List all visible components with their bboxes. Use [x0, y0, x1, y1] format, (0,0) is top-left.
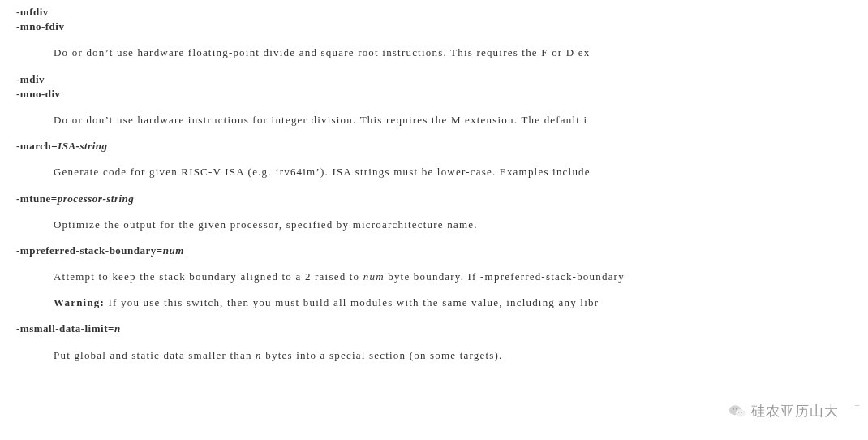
option-description: Attempt to keep the stack boundary align…: [54, 270, 868, 284]
option-flag-text: -msmall-data-limit=: [16, 322, 114, 334]
option-flag-text: -mpreferred-stack-boundary=: [16, 244, 163, 257]
document-body: -mfdiv-mno-fdivDo or don’t use hardware …: [0, 0, 868, 363]
description-text: Attempt to keep the stack boundary align…: [54, 270, 363, 283]
option-description: Do or don’t use hardware floating-point …: [54, 45, 868, 60]
description-text: bytes into a special section (on some ta…: [262, 349, 503, 361]
option-flag-param: ISA-string: [58, 140, 107, 152]
option-flag: -mno-fdiv: [16, 19, 868, 34]
description-text: Do or don’t use hardware floating-point …: [54, 46, 591, 58]
watermark: 硅农亚历山大: [728, 402, 839, 421]
option-flag: -mno-div: [16, 87, 868, 101]
option-flag-param: processor-string: [58, 192, 135, 205]
description-text: byte boundary. If -mpreferred-stack-boun…: [385, 270, 625, 283]
option-description: Put global and static data smaller than …: [54, 348, 868, 363]
option-flag: -mpreferred-stack-boundary=num: [16, 244, 868, 258]
description-text: If you use this switch, then you must bu…: [105, 296, 599, 308]
svg-point-1: [736, 409, 746, 417]
option-flag: -mfdiv: [16, 5, 868, 19]
option-flag: -march=ISA-string: [16, 139, 868, 153]
inline-param: n: [256, 349, 262, 361]
option-flag: -mtune=processor-string: [16, 192, 868, 206]
svg-point-2: [733, 408, 734, 409]
description-text: Optimize the output for the given proces…: [54, 218, 478, 231]
option-description: Do or don’t use hardware instructions fo…: [54, 113, 868, 127]
option-flag-text: -mdiv: [16, 73, 45, 85]
option-flag-param: n: [114, 322, 121, 334]
option-flag-text: -mfdiv: [16, 6, 49, 18]
option-flag-text: -march=: [16, 140, 58, 152]
option-description: Optimize the output for the given proces…: [54, 218, 868, 232]
warning-label: Warning:: [54, 296, 105, 308]
description-text: Put global and static data smaller than: [54, 349, 256, 361]
option-flag-text: -mno-div: [16, 88, 61, 100]
svg-point-4: [738, 412, 739, 412]
option-flag-text: -mno-fdiv: [16, 20, 64, 32]
corner-plus: +: [854, 400, 860, 412]
wechat-icon: [728, 403, 746, 421]
svg-point-3: [736, 408, 737, 409]
option-flag-text: -mtune=: [16, 192, 58, 205]
description-text: Do or don’t use hardware instructions fo…: [54, 114, 587, 126]
option-flag-param: num: [163, 244, 184, 257]
option-description: Warning: If you use this switch, then yo…: [54, 295, 868, 310]
description-text: Generate code for given RISC-V ISA (e.g.…: [54, 166, 591, 178]
inline-param: num: [363, 270, 385, 283]
option-description: Generate code for given RISC-V ISA (e.g.…: [54, 165, 868, 179]
watermark-text: 硅农亚历山大: [751, 402, 839, 421]
option-flag: -mdiv: [16, 72, 868, 87]
svg-point-5: [741, 412, 742, 412]
option-flag: -msmall-data-limit=n: [16, 321, 868, 336]
